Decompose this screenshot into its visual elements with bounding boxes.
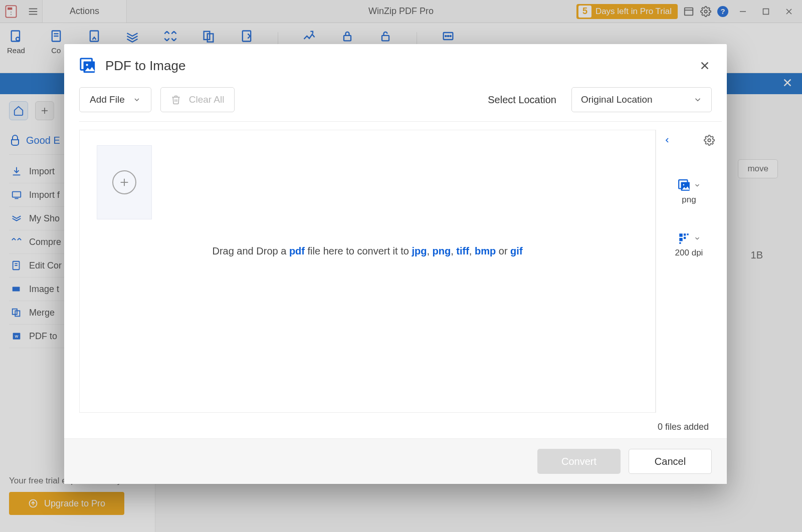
clear-all-label: Clear All — [189, 94, 225, 105]
svg-rect-58 — [683, 237, 685, 239]
drop-hint: Drag and Drop a pdf file here to convert… — [80, 245, 655, 257]
drop-area[interactable]: Drag and Drop a pdf file here to convert… — [79, 130, 656, 413]
panel-settings-icon[interactable] — [704, 135, 715, 146]
dialog-close-icon[interactable] — [698, 59, 712, 73]
dpi-option[interactable]: 200 dpi — [675, 232, 703, 258]
pdf-to-image-dialog: PDF to Image Add File Clear All Select L… — [64, 44, 727, 484]
chevron-down-icon — [133, 96, 141, 104]
cancel-button[interactable]: Cancel — [629, 449, 712, 474]
dpi-label: 200 dpi — [675, 248, 703, 258]
svg-point-45 — [86, 64, 88, 66]
dialog-title: PDF to Image — [105, 58, 185, 74]
convert-label: Convert — [561, 456, 596, 467]
collapse-panel-icon[interactable] — [663, 136, 671, 144]
add-file-label: Add File — [90, 94, 125, 105]
location-dropdown[interactable]: Original Location — [571, 87, 712, 112]
svg-rect-57 — [679, 238, 683, 241]
format-option[interactable]: png — [678, 179, 701, 205]
svg-rect-59 — [679, 242, 681, 244]
add-file-tile[interactable] — [97, 145, 152, 219]
svg-rect-55 — [683, 233, 685, 235]
svg-point-53 — [683, 184, 684, 186]
svg-rect-54 — [679, 233, 683, 237]
plus-icon — [112, 170, 136, 194]
files-added-status: 0 files added — [64, 413, 727, 438]
add-file-button[interactable]: Add File — [79, 87, 151, 112]
convert-button[interactable]: Convert — [537, 449, 621, 474]
svg-rect-56 — [687, 233, 688, 235]
image-icon — [678, 179, 691, 192]
select-location-label: Select Location — [488, 94, 556, 106]
format-label: png — [682, 195, 696, 205]
cancel-label: Cancel — [655, 456, 686, 467]
location-value: Original Location — [581, 94, 653, 105]
chevron-down-icon — [694, 235, 701, 242]
trash-icon — [171, 95, 181, 105]
clear-all-button[interactable]: Clear All — [160, 87, 235, 112]
chevron-down-icon — [693, 95, 702, 104]
pdf-to-image-icon — [79, 57, 96, 74]
settings-panel: png 200 dpi — [656, 130, 722, 413]
svg-point-50 — [708, 139, 711, 142]
chevron-down-icon — [694, 182, 701, 189]
resolution-icon — [678, 232, 691, 245]
